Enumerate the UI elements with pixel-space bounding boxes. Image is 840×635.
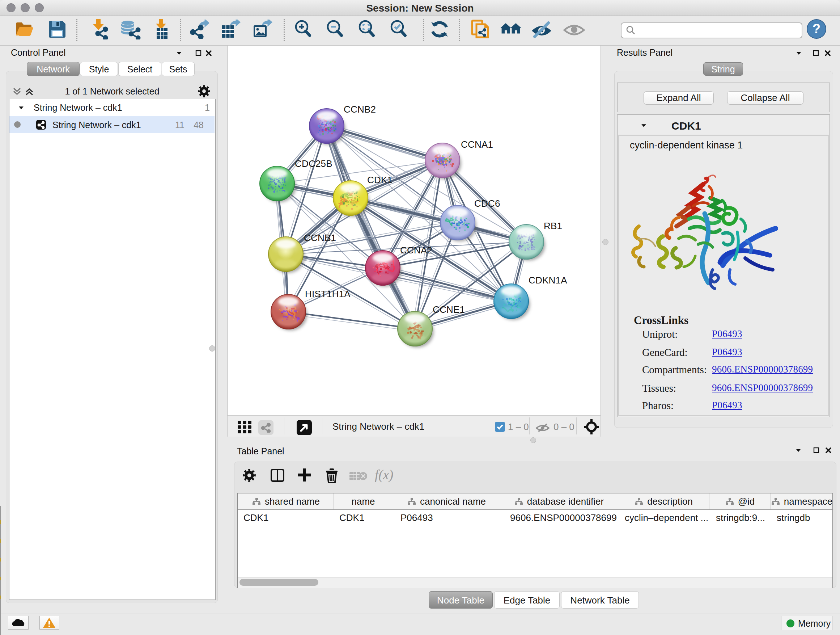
svg-text:?: ? (813, 21, 821, 36)
